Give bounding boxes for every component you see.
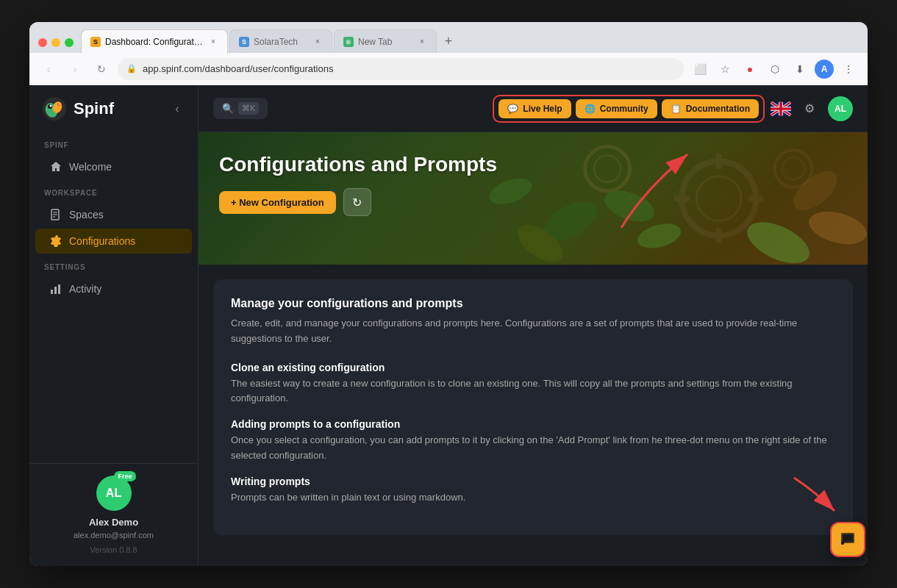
header-avatar-initials: AL: [835, 104, 846, 114]
info-section-writing: Writing prompts Prompts can be written i…: [231, 476, 835, 506]
sidebar-item-activity[interactable]: Activity: [35, 276, 192, 301]
user-name: Alex Demo: [89, 517, 138, 528]
hero-actions: + New Configuration ↻: [219, 188, 847, 216]
svg-rect-13: [58, 284, 60, 294]
section-settings-label: SETTINGS: [29, 254, 198, 276]
new-config-btn[interactable]: + New Configuration: [219, 191, 336, 214]
tab-1[interactable]: S Dashboard: Configuration ×: [81, 29, 228, 53]
extension-btn[interactable]: ⬡: [765, 59, 785, 79]
activity-label: Activity: [69, 283, 101, 295]
svg-rect-11: [51, 290, 53, 294]
writing-text: Prompts can be written in plain text or …: [231, 490, 835, 506]
sidebar-item-spaces[interactable]: Spaces: [35, 202, 192, 227]
documentation-icon: 📋: [671, 104, 682, 114]
hero-content: Configurations and Prompts + New Configu…: [199, 132, 868, 237]
record-btn[interactable]: ●: [740, 59, 760, 79]
minimize-window-btn[interactable]: [51, 38, 60, 47]
svg-point-6: [59, 104, 60, 105]
community-label: Community: [600, 104, 648, 114]
configurations-label: Configurations: [69, 235, 135, 247]
tab-bar: S Dashboard: Configuration × S SolaraTec…: [29, 22, 868, 53]
tab1-favicon: S: [90, 37, 101, 47]
tab1-close[interactable]: ×: [208, 37, 218, 47]
main-content: 🔍 ⌘K 💬 Live Help 🌐 Community: [199, 85, 868, 566]
maximize-window-btn[interactable]: [65, 38, 74, 47]
user-area: AL Free Alex Demo alex.demo@spinf.com Ve…: [29, 463, 198, 566]
header-action-btns: 💬 Live Help 🌐 Community 📋 Documentation: [493, 95, 853, 123]
reload-btn[interactable]: ↻: [91, 59, 112, 79]
menu-btn[interactable]: ⋮: [838, 59, 859, 79]
search-icon: 🔍: [222, 103, 234, 114]
app-header: 🔍 ⌘K 💬 Live Help 🌐 Community: [199, 85, 868, 132]
tab3-favicon: ⊕: [343, 37, 354, 47]
adding-text: Once you select a configuration, you can…: [231, 433, 835, 464]
info-section-adding: Adding prompts to a configuration Once y…: [231, 418, 835, 464]
sidebar-item-configurations[interactable]: Configurations: [35, 229, 192, 254]
header-avatar[interactable]: AL: [828, 96, 853, 121]
url-bar[interactable]: 🔒 app.spinf.com/dashboard/user/configura…: [118, 58, 684, 80]
sidebar-item-welcome[interactable]: Welcome: [35, 154, 192, 179]
documentation-btn[interactable]: 📋 Documentation: [662, 99, 759, 118]
community-icon: 🌐: [585, 104, 596, 114]
tab3-close[interactable]: ×: [417, 37, 427, 47]
app-container: Spinf ‹ SPINF Welcome WORKSPACE Spaces: [29, 85, 868, 566]
browser-actions: ⬜ ☆ ● ⬡ ⬇ A ⋮: [690, 59, 859, 79]
info-card-description: Create, edit, and manage your configurat…: [231, 316, 835, 347]
logo-icon: [41, 96, 68, 122]
svg-rect-37: [841, 542, 844, 545]
search-bar[interactable]: 🔍 ⌘K: [213, 98, 268, 119]
security-icon: 🔒: [126, 64, 137, 74]
logo-text: Spinf: [74, 99, 114, 118]
refresh-btn[interactable]: ↻: [343, 188, 371, 216]
hero-title: Configurations and Prompts: [219, 153, 847, 176]
section-workspace-label: WORKSPACE: [29, 180, 198, 201]
info-section-clone: Clone an existing configuration The easi…: [231, 362, 835, 407]
search-shortcut: ⌘K: [238, 102, 259, 115]
chat-icon: [840, 531, 856, 548]
highlight-group: 💬 Live Help 🌐 Community 📋 Documentation: [493, 95, 765, 123]
home-icon: [50, 161, 62, 173]
tab-2[interactable]: S SolaraTech ×: [229, 29, 332, 53]
hero-banner: Configurations and Prompts + New Configu…: [199, 132, 868, 265]
new-tab-btn[interactable]: +: [438, 31, 459, 51]
tab-3[interactable]: ⊕ New Tab ×: [334, 29, 437, 53]
tab2-label: SolaraTech: [254, 37, 308, 47]
address-bar: ‹ › ↻ 🔒 app.spinf.com/dashboard/user/con…: [29, 53, 868, 85]
bar-chart-icon: [50, 283, 62, 295]
download-btn[interactable]: ⬇: [790, 59, 810, 79]
tab2-favicon: S: [239, 37, 249, 47]
cast-btn[interactable]: ⬜: [690, 59, 710, 79]
live-help-btn[interactable]: 💬 Live Help: [498, 99, 571, 118]
language-flag[interactable]: [771, 101, 791, 116]
forward-btn[interactable]: ›: [65, 59, 85, 79]
avatar-initials: AL: [106, 487, 121, 500]
tab2-close[interactable]: ×: [312, 37, 323, 47]
info-card: Manage your configurations and prompts C…: [213, 279, 853, 535]
star-btn[interactable]: ☆: [715, 59, 735, 79]
tab1-label: Dashboard: Configuration: [105, 37, 204, 47]
tab3-label: New Tab: [358, 37, 412, 47]
browser-profile[interactable]: A: [815, 60, 834, 79]
user-email: alex.demo@spinf.com: [74, 531, 154, 539]
live-help-icon: 💬: [507, 104, 518, 114]
settings-btn[interactable]: ⚙: [797, 96, 822, 121]
window-controls: [35, 38, 79, 53]
close-window-btn[interactable]: [38, 38, 47, 47]
live-help-label: Live Help: [523, 104, 562, 114]
section-spinf-label: SPINF: [29, 132, 198, 154]
chat-fab[interactable]: [830, 522, 865, 557]
info-card-title: Manage your configurations and prompts: [231, 297, 835, 310]
clone-text: The easiest way to create a new configur…: [231, 376, 835, 407]
browser-window: S Dashboard: Configuration × S SolaraTec…: [29, 22, 868, 566]
refresh-icon: ↻: [352, 196, 362, 209]
adding-title: Adding prompts to a configuration: [231, 418, 835, 430]
sidebar: Spinf ‹ SPINF Welcome WORKSPACE Spaces: [29, 85, 199, 566]
sidebar-collapse-btn[interactable]: ‹: [168, 100, 186, 118]
svg-point-4: [50, 105, 52, 107]
new-config-label: + New Configuration: [231, 197, 324, 208]
version-text: Version 0.8.8: [90, 545, 137, 554]
gear-icon: [50, 235, 62, 247]
clone-title: Clone an existing configuration: [231, 362, 835, 373]
community-btn[interactable]: 🌐 Community: [576, 99, 657, 118]
back-btn[interactable]: ‹: [38, 59, 59, 79]
